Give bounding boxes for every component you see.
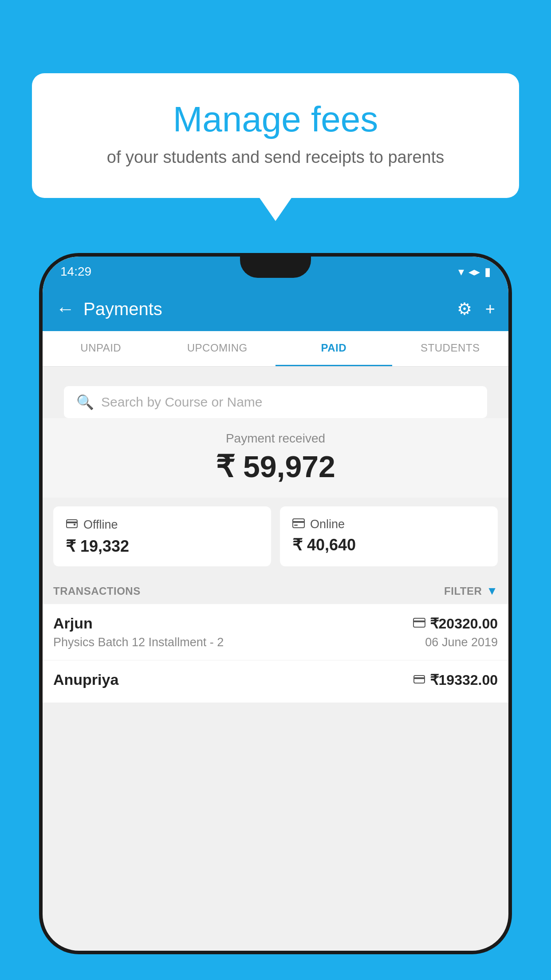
online-card-header: Online bbox=[292, 517, 485, 531]
transactions-header: TRANSACTIONS FILTER ▼ bbox=[43, 575, 508, 604]
search-input[interactable]: Search by Course or Name bbox=[101, 395, 263, 410]
online-amount: ₹ 40,640 bbox=[292, 536, 485, 554]
svg-rect-7 bbox=[413, 620, 425, 622]
transaction-name: Arjun bbox=[53, 615, 93, 632]
offline-amount: ₹ 19,332 bbox=[66, 537, 259, 556]
svg-rect-3 bbox=[293, 519, 304, 528]
payment-received-amount: ₹ 59,972 bbox=[43, 449, 508, 484]
speech-bubble-card: Manage fees of your students and send re… bbox=[32, 73, 519, 198]
status-icons: ▾ ◂▸ ▮ bbox=[458, 265, 491, 279]
transaction-row1: Arjun ₹20320.00 bbox=[53, 615, 498, 632]
transaction-amount: ₹20320.00 bbox=[430, 615, 498, 632]
phone-screen: 14:29 ▾ ◂▸ ▮ ← Payments ⚙ + bbox=[43, 257, 508, 951]
header-right: ⚙ + bbox=[457, 299, 495, 319]
offline-label: Offline bbox=[83, 518, 118, 532]
tab-students[interactable]: STUDENTS bbox=[392, 331, 509, 366]
search-bar[interactable]: 🔍 Search by Course or Name bbox=[64, 386, 487, 418]
payment-received-label: Payment received bbox=[43, 431, 508, 446]
svg-rect-4 bbox=[293, 521, 304, 523]
phone-notch bbox=[240, 257, 311, 278]
svg-rect-8 bbox=[414, 676, 425, 683]
phone-frame: 14:29 ▾ ◂▸ ▮ ← Payments ⚙ + bbox=[39, 253, 512, 954]
tab-unpaid[interactable]: UNPAID bbox=[43, 331, 159, 366]
screen-content: 🔍 Search by Course or Name Payment recei… bbox=[43, 367, 508, 951]
transaction-amount-container: ₹19332.00 bbox=[413, 672, 498, 688]
table-row[interactable]: Arjun ₹20320.00 bbox=[43, 604, 508, 660]
signal-icon: ◂▸ bbox=[468, 265, 480, 279]
transaction-name: Anupriya bbox=[53, 671, 118, 688]
online-label: Online bbox=[310, 518, 345, 531]
status-time: 14:29 bbox=[60, 265, 91, 279]
transaction-amount: ₹19332.00 bbox=[430, 672, 498, 688]
filter-label: FILTER bbox=[444, 585, 482, 597]
battery-icon: ▮ bbox=[484, 265, 491, 279]
tab-upcoming[interactable]: UPCOMING bbox=[159, 331, 276, 366]
tab-paid[interactable]: PAID bbox=[276, 331, 392, 366]
payment-received-section: Payment received ₹ 59,972 bbox=[43, 418, 508, 498]
transaction-row1: Anupriya ₹19332.00 bbox=[53, 671, 498, 688]
filter-button[interactable]: FILTER ▼ bbox=[444, 584, 498, 598]
online-icon bbox=[292, 517, 305, 531]
svg-rect-2 bbox=[74, 524, 75, 526]
transaction-type-icon bbox=[413, 673, 425, 687]
app-header: ← Payments ⚙ + bbox=[43, 287, 508, 331]
online-payment-card: Online ₹ 40,640 bbox=[280, 506, 498, 566]
offline-icon bbox=[66, 517, 78, 533]
filter-icon: ▼ bbox=[486, 584, 498, 598]
payment-cards-row: Offline ₹ 19,332 bbox=[53, 506, 498, 566]
offline-card-header: Offline bbox=[66, 517, 259, 533]
speech-bubble-title: Manage fees bbox=[54, 100, 497, 139]
svg-rect-0 bbox=[67, 520, 77, 528]
page-title: Payments bbox=[83, 299, 162, 319]
table-row[interactable]: Anupriya ₹19332.00 bbox=[43, 660, 508, 703]
svg-rect-9 bbox=[414, 677, 425, 679]
offline-payment-card: Offline ₹ 19,332 bbox=[53, 506, 271, 566]
header-left: ← Payments bbox=[56, 299, 162, 319]
transaction-date: 06 June 2019 bbox=[425, 636, 498, 649]
add-button[interactable]: + bbox=[485, 300, 495, 319]
transactions-list: Arjun ₹20320.00 bbox=[43, 604, 508, 703]
back-button[interactable]: ← bbox=[56, 300, 75, 318]
settings-button[interactable]: ⚙ bbox=[457, 299, 472, 319]
transaction-row2: Physics Batch 12 Installment - 2 06 June… bbox=[53, 636, 498, 649]
svg-rect-6 bbox=[413, 618, 425, 627]
wifi-icon: ▾ bbox=[458, 265, 464, 279]
transactions-label: TRANSACTIONS bbox=[53, 585, 141, 597]
tabs-bar: UNPAID UPCOMING PAID STUDENTS bbox=[43, 331, 508, 367]
transaction-amount-container: ₹20320.00 bbox=[413, 615, 498, 632]
transaction-course: Physics Batch 12 Installment - 2 bbox=[53, 636, 224, 649]
speech-bubble-subtitle: of your students and send receipts to pa… bbox=[54, 148, 497, 167]
search-icon: 🔍 bbox=[76, 394, 94, 411]
transaction-type-icon bbox=[413, 616, 425, 631]
svg-rect-1 bbox=[67, 522, 77, 523]
svg-rect-5 bbox=[294, 525, 298, 526]
